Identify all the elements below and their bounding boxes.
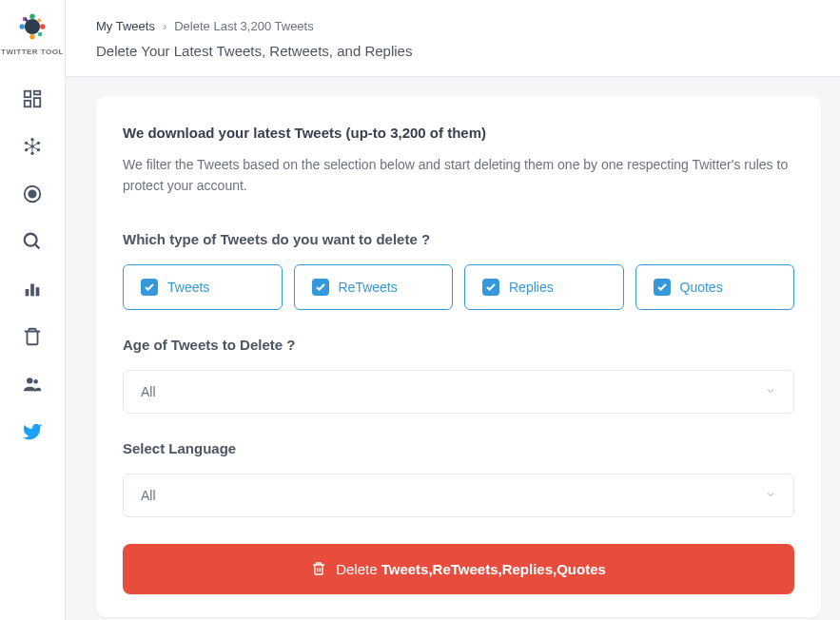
nav-delete[interactable] [0,313,65,360]
language-select-value: All [141,488,156,503]
nav-dashboard[interactable] [0,75,65,123]
svg-point-3 [29,14,34,19]
users-icon [22,374,43,395]
bar-chart-icon [22,279,43,300]
option-label: ReTweets [339,280,398,295]
trash-icon [311,561,326,576]
language-label: Select Language [123,440,794,456]
content-area: We download your latest Tweets (up-to 3,… [66,77,840,620]
tweet-type-options: Tweets ReTweets Replies [123,264,794,310]
option-label: Quotes [680,280,723,295]
delete-button[interactable]: Delete Tweets,ReTweets,Replies,Quotes [123,544,794,594]
svg-point-1 [20,24,25,29]
main-content: My Tweets › Delete Last 3,200 Tweets Del… [65,0,840,620]
breadcrumb-current: Delete Last 3,200 Tweets [174,19,313,33]
svg-rect-8 [34,91,40,95]
nav-network[interactable] [0,123,65,170]
nav-target[interactable] [0,170,65,218]
svg-line-21 [32,146,38,150]
svg-point-6 [38,32,43,37]
svg-point-31 [27,378,32,383]
svg-line-19 [32,143,38,146]
nav-users[interactable] [0,360,65,408]
age-label: Age of Tweets to Delete ? [123,337,794,353]
sidebar: TWITTER TOOL [0,0,65,620]
option-tweets[interactable]: Tweets [123,264,283,310]
checkbox-checked-icon [654,279,671,296]
svg-line-18 [27,143,32,146]
logo-icon [15,10,49,44]
delete-button-label: Delete Tweets,ReTweets,Replies,Quotes [336,561,606,577]
option-label: Replies [509,280,554,295]
checkbox-checked-icon [141,279,158,296]
checkbox-checked-icon [312,279,329,296]
dashboard-icon [22,88,43,109]
option-replies[interactable]: Replies [464,264,624,310]
page-title: Delete Your Latest Tweets, Retweets, and… [96,43,810,59]
breadcrumb-root[interactable]: My Tweets [96,19,155,33]
checkbox-checked-icon [482,279,499,296]
chevron-down-icon [765,488,776,503]
search-icon [22,231,43,252]
option-quotes[interactable]: Quotes [635,264,795,310]
target-icon [22,184,43,204]
card-description: We filter the Tweets based on the select… [123,154,794,197]
chevron-down-icon [765,384,776,399]
chevron-right-icon: › [163,19,166,33]
svg-rect-29 [30,284,34,297]
breadcrumb: My Tweets › Delete Last 3,200 Tweets [96,19,810,33]
svg-point-25 [29,190,35,197]
svg-rect-30 [36,287,40,296]
nav-analytics[interactable] [0,265,65,313]
logo-text: TWITTER TOOL [1,48,64,56]
page-header: My Tweets › Delete Last 3,200 Tweets Del… [66,0,840,77]
svg-point-26 [25,234,37,246]
age-select-value: All [141,384,156,399]
svg-point-2 [40,24,45,29]
svg-point-32 [33,379,38,384]
svg-rect-7 [25,91,30,97]
age-select[interactable]: All [123,370,794,414]
nav-twitter[interactable] [0,408,65,455]
svg-line-20 [27,146,32,150]
svg-rect-28 [26,289,29,296]
svg-point-4 [29,34,34,39]
trash-icon [22,326,43,347]
logo[interactable]: TWITTER TOOL [1,10,64,56]
language-select[interactable]: All [123,474,794,517]
network-icon [22,136,43,157]
svg-line-27 [35,244,40,249]
delete-card: We download your latest Tweets (up-to 3,… [96,96,821,617]
svg-rect-9 [34,98,40,107]
svg-rect-10 [25,101,30,107]
option-label: Tweets [167,280,209,295]
card-heading: We download your latest Tweets (up-to 3,… [123,125,794,141]
nav-search[interactable] [0,218,65,265]
twitter-icon [22,421,43,442]
tweet-type-label: Which type of Tweets do you want to dele… [123,231,794,247]
option-retweets[interactable]: ReTweets [294,264,454,310]
